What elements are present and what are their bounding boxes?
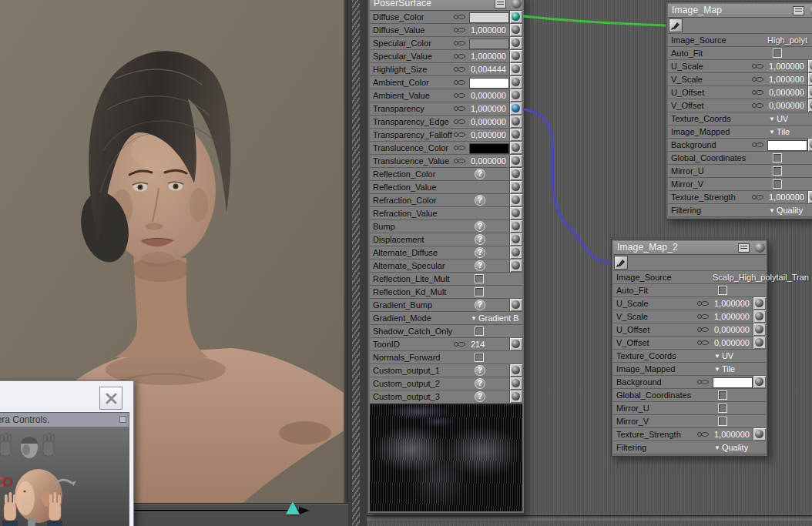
question-icon[interactable]: ? (475, 365, 485, 376)
color-swatch[interactable] (767, 140, 807, 151)
left-hand-control[interactable] (2, 492, 18, 526)
key-icon[interactable] (697, 314, 710, 320)
timeline-position-marker[interactable] (286, 501, 300, 514)
dropdown[interactable]: ▼Quality (769, 206, 803, 215)
value-field[interactable]: 0,000000 (769, 88, 804, 97)
value-field[interactable]: 1,000000 (714, 430, 750, 439)
value-field[interactable]: 0,000000 (471, 130, 506, 139)
paint-brush-icon[interactable] (614, 256, 628, 270)
dropdown[interactable]: ▼Tile (714, 364, 735, 374)
question-icon[interactable]: ? (475, 195, 485, 206)
key-icon[interactable] (454, 106, 467, 112)
value-field[interactable]: 0,000000 (714, 325, 750, 334)
plug-button[interactable] (509, 246, 522, 259)
plug-button[interactable] (509, 194, 522, 206)
question-icon[interactable]: ? (475, 234, 485, 245)
dropdown[interactable]: ▼Tile (769, 127, 790, 136)
plug-button[interactable] (509, 102, 522, 115)
checkbox[interactable] (773, 49, 782, 58)
checkbox[interactable] (718, 417, 727, 426)
node-preview-eye-icon[interactable] (755, 243, 765, 253)
left-hand-camera-control[interactable] (0, 433, 11, 456)
color-swatch[interactable] (469, 39, 509, 49)
plug-button[interactable] (807, 191, 812, 203)
key-icon[interactable] (454, 41, 467, 46)
key-icon[interactable] (454, 159, 467, 164)
key-icon[interactable] (454, 93, 467, 99)
checkbox[interactable] (475, 287, 484, 297)
value-field[interactable]: 214 (471, 340, 485, 349)
plug-button[interactable] (509, 377, 522, 390)
node-menu-icon[interactable] (793, 6, 804, 15)
node-header[interactable]: Image_Map_2 (613, 241, 766, 255)
color-swatch[interactable] (469, 78, 509, 89)
key-icon[interactable] (454, 54, 467, 59)
key-icon[interactable] (454, 146, 467, 151)
node-menu-icon[interactable] (495, 0, 506, 8)
question-icon[interactable]: ? (475, 169, 485, 179)
question-icon[interactable]: ? (475, 300, 485, 310)
resize-grip-icon[interactable] (119, 416, 126, 423)
plug-button[interactable] (807, 73, 812, 85)
question-icon[interactable]: ? (475, 260, 485, 271)
plug-button[interactable] (509, 24, 522, 36)
value-field[interactable]: 0,000000 (471, 91, 506, 100)
key-icon[interactable] (752, 90, 765, 95)
key-icon[interactable] (454, 15, 467, 20)
question-icon[interactable]: ? (475, 378, 485, 389)
checkbox[interactable] (475, 327, 484, 336)
dropdown[interactable]: ▼UV (714, 351, 733, 360)
color-swatch[interactable] (713, 377, 753, 388)
node-image-map[interactable]: Image_Map Image_SourceHigh_polytAuto_Fit… (666, 2, 812, 219)
plug-button[interactable] (509, 207, 522, 219)
link-camera-icon[interactable] (0, 478, 12, 486)
key-icon[interactable] (454, 80, 467, 85)
value-field[interactable]: 0,000000 (714, 338, 750, 347)
checkbox[interactable] (475, 274, 484, 283)
plug-button[interactable] (753, 297, 766, 310)
key-icon[interactable] (697, 327, 710, 333)
key-icon[interactable] (752, 77, 765, 82)
plug-button[interactable] (753, 428, 766, 441)
value-field[interactable]: 0,004444 (471, 65, 506, 74)
plug-button[interactable] (509, 168, 522, 180)
node-preview-eye-icon[interactable] (512, 0, 522, 8)
plug-button[interactable] (509, 390, 522, 403)
image-source-value[interactable]: High_polyt (767, 35, 807, 45)
image-source-value[interactable]: Scalp_High_polytail_Tran (713, 273, 809, 282)
plug-button[interactable] (509, 63, 522, 75)
plug-button[interactable] (509, 76, 522, 89)
right-hand-control[interactable] (47, 492, 62, 526)
question-icon[interactable]: ? (475, 391, 485, 402)
node-image-map-2[interactable]: Image_Map_2 Image_SourceScalp_High_polyt… (611, 239, 768, 457)
dropdown[interactable]: ▼Quality (714, 443, 748, 452)
plug-button[interactable] (509, 50, 522, 62)
plug-button[interactable] (509, 299, 522, 311)
plug-button[interactable] (509, 364, 522, 377)
value-field[interactable]: 1,000000 (471, 25, 506, 35)
value-field[interactable]: 1,000000 (714, 299, 750, 308)
camera-controls-window[interactable]: amera Controls. (0, 380, 134, 526)
plug-button[interactable] (807, 139, 812, 151)
plug-button[interactable] (509, 220, 522, 233)
plug-button[interactable] (753, 323, 766, 336)
value-field[interactable]: 0,000000 (471, 117, 506, 126)
key-icon[interactable] (454, 132, 467, 138)
key-icon[interactable] (752, 195, 765, 200)
paint-brush-icon[interactable] (669, 18, 683, 32)
key-icon[interactable] (697, 301, 710, 307)
question-icon[interactable]: ? (475, 247, 485, 258)
value-field[interactable]: 0,000000 (471, 156, 506, 166)
checkbox[interactable] (773, 166, 782, 176)
checkbox[interactable] (475, 353, 484, 362)
key-icon[interactable] (752, 142, 765, 148)
plug-button[interactable] (509, 37, 522, 49)
value-field[interactable]: 1,000000 (769, 62, 804, 71)
key-icon[interactable] (752, 103, 765, 109)
checkbox[interactable] (718, 390, 727, 400)
plug-button[interactable] (509, 233, 522, 246)
plug-button[interactable] (509, 155, 522, 167)
checkbox[interactable] (773, 179, 782, 189)
color-swatch[interactable] (469, 12, 509, 23)
node-header[interactable]: PoserSurface (370, 0, 522, 11)
